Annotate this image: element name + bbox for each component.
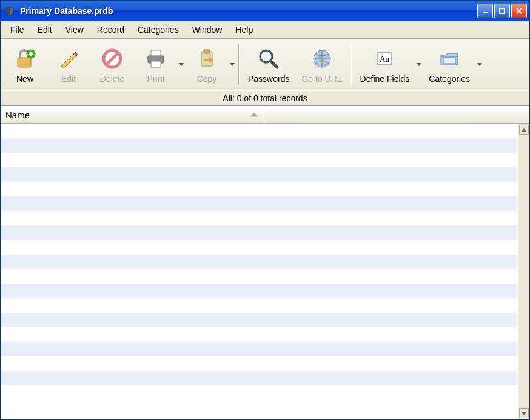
- app-window: Primary Database.prdb File Edit View Rec…: [0, 0, 530, 420]
- gotourl-button[interactable]: Go to URL: [295, 44, 347, 85]
- definefields-button[interactable]: Aa Define Fields: [354, 44, 416, 85]
- table-row: [1, 327, 518, 342]
- scroll-up-button[interactable]: [519, 125, 529, 135]
- vertical-scrollbar[interactable]: [518, 124, 529, 419]
- record-count-text: All: 0 of 0 total records: [223, 93, 307, 103]
- delete-label: Delete: [100, 74, 124, 84]
- menu-categories[interactable]: Categories: [132, 24, 185, 36]
- print-button[interactable]: Print: [134, 44, 178, 85]
- no-entry-icon: [99, 46, 125, 72]
- pencil-icon: [56, 46, 81, 72]
- menu-edit[interactable]: Edit: [32, 24, 58, 36]
- sort-ascending-icon: [250, 113, 258, 117]
- maximize-button[interactable]: [494, 4, 510, 18]
- chevron-down-icon: [522, 412, 526, 415]
- toolbar: New Edit: [1, 39, 529, 90]
- table-row: [1, 124, 518, 138]
- menu-view[interactable]: View: [59, 24, 90, 36]
- fields-icon: Aa: [372, 46, 397, 72]
- svg-marker-4: [62, 54, 76, 67]
- print-label: Print: [147, 74, 165, 84]
- passwords-label: Passwords: [248, 74, 289, 84]
- table-row: [1, 269, 518, 284]
- globe-icon: [309, 46, 335, 72]
- table-row: [1, 153, 518, 167]
- scroll-down-button[interactable]: [519, 408, 529, 418]
- delete-button[interactable]: Delete: [90, 44, 134, 85]
- printer-icon: [143, 46, 169, 72]
- menu-record[interactable]: Record: [91, 24, 130, 36]
- menubar: File Edit View Record Categories Window …: [1, 21, 529, 39]
- edit-label: Edit: [61, 74, 76, 84]
- categories-button[interactable]: Categories: [423, 44, 476, 85]
- column-empty[interactable]: [264, 106, 529, 123]
- edit-button[interactable]: Edit: [47, 44, 90, 85]
- menu-window[interactable]: Window: [186, 24, 229, 36]
- svg-rect-13: [204, 50, 210, 53]
- copy-dropdown[interactable]: [229, 52, 236, 76]
- categories-label: Categories: [429, 74, 470, 84]
- minimize-button[interactable]: [477, 4, 493, 18]
- titlebar: Primary Database.prdb: [1, 1, 529, 21]
- window-title: Primary Database.prdb: [20, 6, 477, 16]
- definefields-dropdown[interactable]: [415, 52, 423, 76]
- copy-label: Copy: [197, 74, 217, 84]
- record-grid[interactable]: [1, 124, 518, 419]
- table-row: [1, 138, 518, 153]
- table-row: [1, 371, 518, 385]
- table-row: [1, 225, 518, 240]
- menu-help[interactable]: Help: [229, 24, 259, 36]
- chevron-down-icon: [477, 63, 482, 66]
- chevron-up-icon: [522, 128, 526, 132]
- toolbar-group-config: Aa Define Fields Categories: [352, 39, 486, 90]
- new-button[interactable]: New: [3, 44, 47, 85]
- table-row: [1, 182, 518, 196]
- svg-marker-6: [60, 65, 62, 67]
- svg-rect-11: [151, 61, 161, 67]
- svg-line-15: [271, 61, 277, 67]
- window-buttons: [477, 4, 527, 18]
- table-row: [1, 167, 518, 182]
- gotourl-label: Go to URL: [301, 74, 341, 84]
- table-row: [1, 298, 518, 313]
- folder-icon: [437, 46, 462, 72]
- definefields-label: Define Fields: [360, 74, 410, 84]
- toolbar-group-record: New Edit: [1, 39, 238, 90]
- table-row: [1, 196, 518, 211]
- passwords-button[interactable]: Passwords: [242, 44, 295, 85]
- copy-button[interactable]: Copy: [185, 44, 229, 85]
- column-name-label: Name: [5, 110, 30, 120]
- column-name[interactable]: Name: [1, 106, 264, 123]
- table-row: [1, 284, 518, 298]
- close-button[interactable]: [511, 4, 527, 18]
- print-dropdown[interactable]: [178, 52, 185, 76]
- new-label: New: [16, 74, 33, 84]
- svg-rect-2: [18, 58, 31, 67]
- categories-dropdown[interactable]: [476, 52, 483, 76]
- toolbar-group-search: Passwords Go to URL: [240, 39, 351, 90]
- record-count-bar: All: 0 of 0 total records: [1, 90, 529, 106]
- clipboard-arrow-icon: [194, 46, 220, 72]
- svg-rect-1: [500, 8, 505, 13]
- table-row: [1, 342, 518, 356]
- grid-area: [1, 124, 529, 419]
- table-row: [1, 313, 518, 327]
- svg-text:Aa: Aa: [380, 55, 390, 64]
- column-header: Name: [1, 106, 529, 124]
- svg-rect-0: [483, 12, 488, 13]
- magnifier-icon: [256, 46, 281, 72]
- table-row: [1, 356, 518, 371]
- chevron-down-icon: [179, 63, 184, 66]
- svg-rect-19: [443, 58, 455, 64]
- chevron-down-icon: [230, 63, 235, 66]
- table-row: [1, 211, 518, 225]
- lock-new-icon: [12, 46, 38, 72]
- app-icon: [4, 5, 15, 16]
- menu-file[interactable]: File: [4, 24, 30, 36]
- table-row: [1, 240, 518, 255]
- table-row: [1, 255, 518, 269]
- chevron-down-icon: [417, 63, 421, 66]
